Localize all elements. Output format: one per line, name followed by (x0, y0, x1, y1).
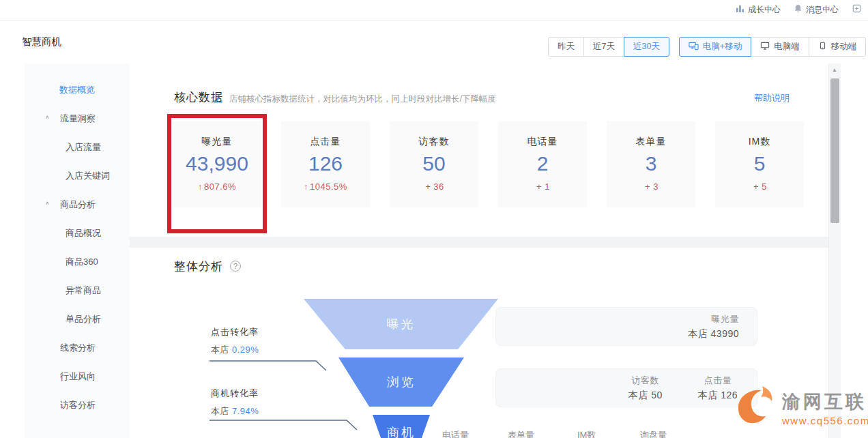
pc-mobile-icon (689, 41, 699, 53)
scrollbar-up-arrow-icon[interactable]: ▲ (832, 67, 837, 73)
top-navigation-bar: 成长中心 消息中心 (0, 0, 868, 20)
filter-toolbar: 昨天 近7天 近30天 电脑+移动 电脑端 移动端 (548, 37, 866, 57)
bell-icon (794, 4, 802, 15)
sidebar-navigation: 数据概览 ∧ 流量洞察 入店流量 入店关键词 ∧ 商品分析 商品概况 商品360… (25, 63, 130, 438)
panel-metric-im-label: IM数 (577, 429, 596, 438)
device-mobile-button[interactable]: 移动端 (809, 37, 867, 57)
sidebar-item-abnormal-products[interactable]: 异常商品 (25, 276, 130, 305)
date-30days-button[interactable]: 近30天 (624, 37, 669, 57)
panel-metric-value: 本店 43990 (688, 328, 739, 340)
mobile-icon (818, 41, 827, 53)
panel-metric-visitors: 访客数 本店 50 (628, 375, 663, 402)
metric-value: 2 (498, 152, 587, 175)
growth-center-label: 成长中心 (748, 4, 781, 16)
sidebar-item-product-overview[interactable]: 商品概况 (25, 219, 130, 248)
download-icon[interactable] (213, 93, 223, 106)
up-arrow-icon: ↑ (198, 181, 203, 192)
metric-delta: + 36 (390, 181, 478, 192)
funnel-stage-opportunity[interactable]: 商机 (373, 415, 430, 438)
sidebar-group-product-analysis[interactable]: ∧ 商品分析 (25, 190, 130, 219)
growth-center-icon (736, 4, 744, 15)
sidebar-item-single-product-analysis[interactable]: 单品分析 (25, 305, 130, 334)
metric-value: 126 (281, 152, 370, 175)
metric-cards-row: 曝光量 43,990 ↑807.6% 点击量 126 ↑1045.5% 访客数 … (173, 121, 804, 207)
metric-delta: + 1 (498, 181, 587, 192)
browse-stats-panel: 访客数 本店 50 点击量 本店 126 (495, 368, 757, 407)
metric-label: 访客数 (390, 136, 478, 148)
partial-menu-icon[interactable] (852, 0, 861, 18)
metric-label: 曝光量 (173, 136, 261, 148)
sidebar-item-store-traffic[interactable]: 入店流量 (25, 133, 130, 162)
metric-delta: + 3 (607, 181, 695, 192)
sidebar-item-lead-analysis[interactable]: 线索分析 (25, 334, 130, 362)
panel-metric-forms-label: 表单量 (508, 429, 534, 438)
metric-value: 5 (715, 152, 804, 175)
device-pc-button[interactable]: 电脑端 (751, 37, 809, 57)
watermark-flame-logo-icon (732, 384, 779, 430)
help-link[interactable]: 帮助说明 (754, 92, 790, 104)
panel-metric-label: 曝光量 (712, 313, 740, 325)
metric-delta: + 5 (715, 181, 804, 192)
chevron-up-icon: ∧ (45, 201, 50, 206)
section-divider (130, 237, 828, 248)
exposure-stats-panel: 曝光量 本店 43990 (495, 307, 757, 346)
growth-center-menu-item[interactable]: 成长中心 (736, 0, 781, 19)
metric-label: IM数 (715, 136, 804, 148)
sidebar-group-traffic-insight[interactable]: ∧ 流量洞察 (25, 104, 130, 133)
watermark-name: 渝网互联 (782, 390, 868, 414)
metric-label: 表单量 (607, 136, 695, 148)
date-yesterday-button[interactable]: 昨天 (548, 37, 584, 57)
sidebar-item-product-360[interactable]: 商品360 (25, 248, 130, 276)
metric-card-calls[interactable]: 电话量 2 + 1 (498, 121, 587, 207)
message-center-label: 消息中心 (806, 4, 839, 16)
message-center-menu-item[interactable]: 消息中心 (794, 0, 839, 19)
desktop-icon (760, 41, 770, 53)
question-circle-icon[interactable]: ? (230, 261, 241, 272)
metric-value: 43,990 (173, 152, 261, 175)
watermark-url: www.cq556.com (782, 415, 868, 426)
metric-value: 50 (390, 152, 478, 175)
overall-analysis-section-title: 整体分析 (174, 259, 223, 274)
metric-value: 3 (607, 152, 695, 175)
core-data-subtitle: 店铺核心指标数据统计，对比值均为环比，同上时段对比增长/下降幅度 (229, 93, 496, 105)
metric-label: 点击量 (281, 136, 370, 148)
watermark: 渝网互联 www.cq556.com (732, 384, 868, 430)
page-title: 智慧商机 (22, 35, 61, 48)
scrollbar-thumb[interactable] (830, 78, 839, 223)
sidebar-item-visitor-analysis[interactable]: 访客分析 (25, 391, 130, 420)
date-7days-button[interactable]: 近7天 (583, 37, 624, 57)
date-range-segmented-control: 昨天 近7天 近30天 (548, 37, 669, 57)
metric-card-im[interactable]: IM数 5 + 5 (715, 121, 804, 207)
metric-card-forms[interactable]: 表单量 3 + 3 (607, 121, 695, 207)
sidebar-item-store-keywords[interactable]: 入店关键词 (25, 162, 130, 190)
watermark-text: 渝网互联 www.cq556.com (782, 390, 868, 426)
panel-metric-calls-label: 电话量 (442, 429, 469, 438)
sidebar-item-industry-trends[interactable]: 行业风向 (25, 362, 130, 391)
device-pc-mobile-button[interactable]: 电脑+移动 (679, 37, 751, 57)
metric-label: 电话量 (498, 136, 587, 148)
chevron-up-icon: ∧ (45, 115, 50, 120)
metric-delta: ↑1045.5% (281, 181, 370, 192)
metric-card-visitors[interactable]: 访客数 50 + 36 (390, 121, 478, 207)
sidebar-item-data-overview[interactable]: 数据概览 (25, 76, 130, 104)
up-arrow-icon: ↑ (304, 181, 308, 192)
metric-card-exposure[interactable]: 曝光量 43,990 ↑807.6% (173, 121, 261, 207)
metric-delta: ↑807.6% (173, 181, 261, 192)
panel-metric-inquiry-label: 询盘量 (640, 429, 667, 438)
vertical-scrollbar[interactable]: ▲ (828, 63, 841, 438)
device-segmented-control: 电脑+移动 电脑端 移动端 (679, 37, 866, 57)
metric-card-clicks[interactable]: 点击量 126 ↑1045.5% (281, 121, 370, 207)
